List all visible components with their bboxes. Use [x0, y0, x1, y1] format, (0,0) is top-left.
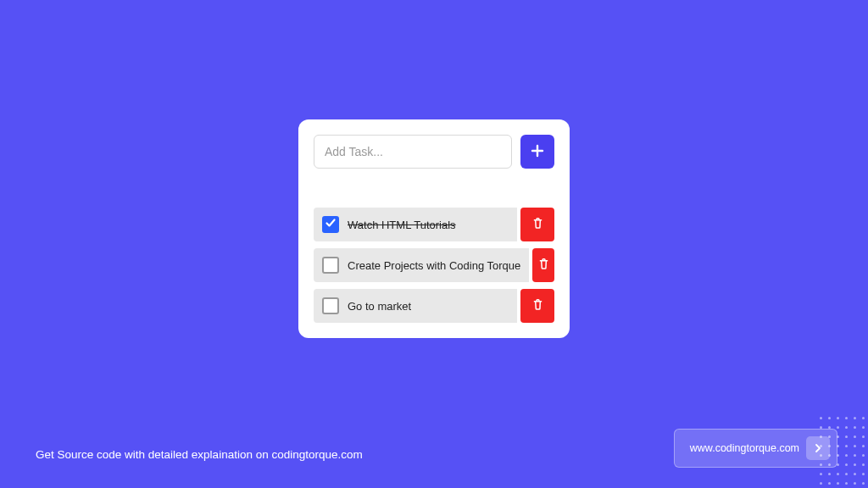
task-label: Go to market — [348, 299, 411, 312]
footer-tagline: Get Source code with detailed explainati… — [36, 448, 363, 461]
task-input[interactable] — [314, 135, 512, 169]
trash-icon — [531, 217, 544, 232]
check-icon — [325, 217, 337, 232]
task-label: Create Projects with Coding Torque — [348, 258, 520, 271]
add-task-button[interactable] — [520, 135, 554, 169]
task-row: Go to market — [314, 289, 554, 323]
trash-icon — [531, 298, 544, 313]
task-label: Watch HTML Tutorials — [348, 218, 456, 230]
site-url: www.codingtorque.com — [690, 442, 799, 454]
task-body: Watch HTML Tutorials — [314, 208, 517, 241]
task-checkbox[interactable] — [322, 216, 339, 233]
delete-task-button[interactable] — [520, 289, 554, 323]
delete-task-button[interactable] — [520, 208, 554, 241]
trash-icon — [537, 258, 550, 273]
task-checkbox[interactable] — [322, 257, 339, 274]
input-row — [314, 135, 554, 169]
task-list: Watch HTML Tutorials Create Projects wit… — [314, 208, 554, 323]
todo-card: Watch HTML Tutorials Create Projects wit… — [298, 119, 570, 338]
task-row: Watch HTML Tutorials — [314, 208, 554, 241]
plus-icon — [531, 143, 544, 159]
chevron-right-icon — [806, 436, 830, 460]
delete-task-button[interactable] — [532, 248, 554, 282]
task-body: Go to market — [314, 289, 517, 323]
task-row: Create Projects with Coding Torque — [314, 248, 554, 282]
task-checkbox[interactable] — [322, 297, 339, 314]
site-link-pill[interactable]: www.codingtorque.com — [674, 429, 837, 468]
task-body: Create Projects with Coding Torque — [314, 248, 529, 282]
